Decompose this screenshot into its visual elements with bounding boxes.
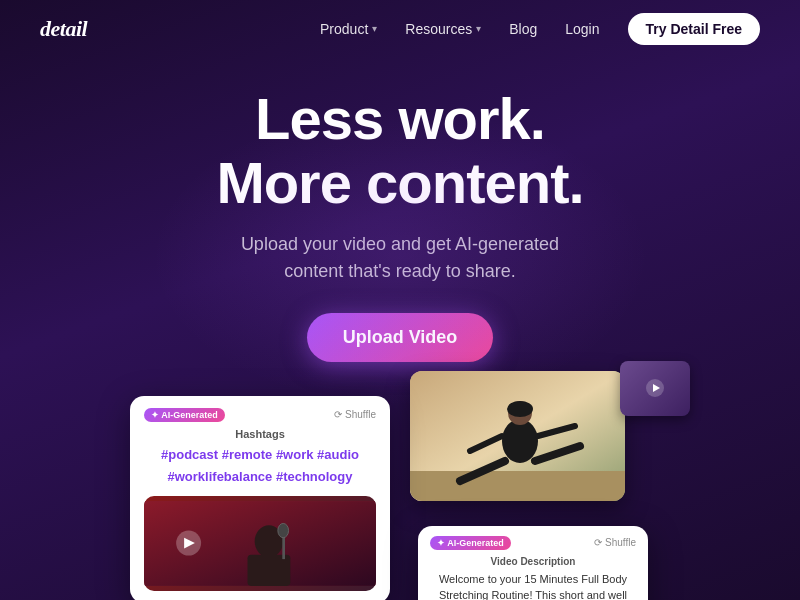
shuffle-button[interactable]: ⟳ Shuffle [334,409,376,420]
hero-section: Less work. More content. Upload your vid… [0,57,800,600]
chevron-down-icon: ▾ [476,23,481,34]
card-right-header: ✦ AI-Generated ⟳ Shuffle [430,536,636,550]
upload-video-button[interactable]: Upload Video [307,313,494,362]
fitness-image [410,371,625,501]
nav-product[interactable]: Product ▾ [320,21,377,37]
hashtags-label: Hashtags [144,428,376,440]
description-content: Welcome to your 15 Minutes Full Body Str… [430,571,636,600]
chevron-down-icon: ▾ [372,23,377,34]
hashtags-card: ✦ AI-Generated ⟳ Shuffle Hashtags #podca… [130,396,390,600]
hero-subtitle: Upload your video and get AI-generatedco… [0,231,800,285]
nav-resources[interactable]: Resources ▾ [405,21,481,37]
preview-play-icon [620,361,690,416]
navigation: detail Product ▾ Resources ▾ Blog Login … [0,0,800,57]
svg-point-5 [278,523,289,537]
card-left-header: ✦ AI-Generated ⟳ Shuffle [144,408,376,422]
description-card: ✦ AI-Generated ⟳ Shuffle Video Descripti… [418,526,648,600]
svg-rect-3 [248,554,291,585]
hero-title: Less work. More content. [0,87,800,215]
logo[interactable]: detail [40,16,87,42]
nav-login[interactable]: Login [565,21,599,37]
svg-point-16 [507,401,533,417]
shuffle-button-right[interactable]: ⟳ Shuffle [594,537,636,548]
nav-blog[interactable]: Blog [509,21,537,37]
podcast-thumbnail [144,496,376,591]
fitness-illustration [410,371,625,501]
hashtags-content: #podcast #remote #work #audio#worklifeba… [144,444,376,488]
preview-thumbnail [620,361,690,416]
svg-point-10 [502,419,538,463]
cards-area: ✦ AI-Generated ⟳ Shuffle Hashtags #podca… [0,386,800,600]
ai-generated-badge-right: ✦ AI-Generated [430,536,511,550]
play-icon [645,378,665,398]
svg-rect-9 [410,471,625,501]
nav-links: Product ▾ Resources ▾ Blog Login Try Det… [320,13,760,45]
description-label: Video Description [430,556,636,567]
podcast-illustration [144,496,376,591]
ai-generated-badge: ✦ AI-Generated [144,408,225,422]
try-detail-button[interactable]: Try Detail Free [628,13,761,45]
